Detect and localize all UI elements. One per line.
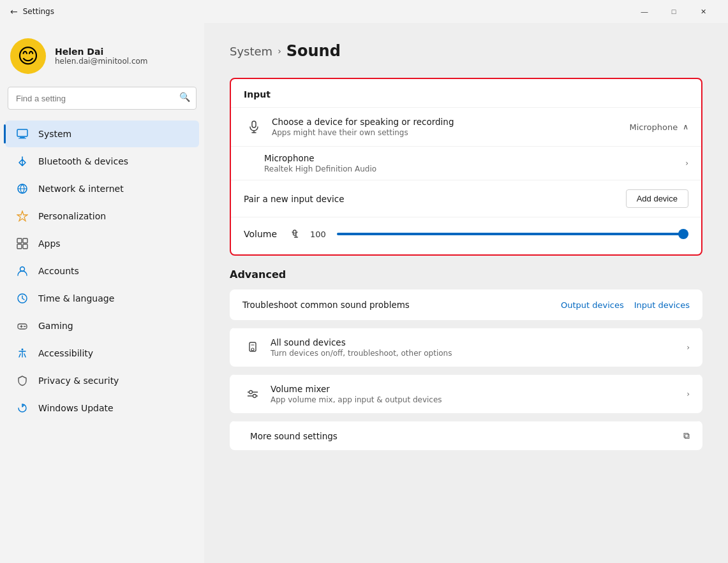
user-email: helen.dai@minitool.com	[55, 57, 148, 66]
sidebar-item-accounts[interactable]: Accounts	[5, 258, 199, 284]
svg-rect-7	[23, 244, 27, 249]
sidebar-item-label: Privacy & security	[38, 376, 119, 386]
microphone-dropdown[interactable]: Microphone ∧	[630, 122, 688, 132]
mic-item-title: Microphone	[264, 153, 685, 163]
accounts-icon	[15, 264, 29, 278]
svg-rect-0	[17, 129, 27, 136]
close-button[interactable]: ✕	[688, 1, 718, 22]
sidebar-item-label: Bluetooth & devices	[38, 156, 128, 166]
input-devices-link[interactable]: Input devices	[634, 300, 690, 310]
breadcrumb-current: Sound	[286, 42, 341, 60]
sidebar-item-bluetooth[interactable]: Bluetooth & devices	[5, 148, 199, 175]
choose-device-title: Choose a device for speaking or recordin…	[272, 117, 630, 127]
svg-point-19	[251, 348, 254, 351]
search-icon: 🔍	[179, 92, 190, 102]
all-sound-devices-subtitle: Turn devices on/off, troubleshoot, other…	[271, 349, 687, 358]
search-container: 🔍	[0, 87, 204, 120]
mic-item-subtitle: Realtek High Definition Audio	[264, 165, 685, 173]
user-profile[interactable]: 😊 Helen Dai helen.dai@minitool.com	[0, 23, 204, 87]
volume-mixer-chevron-icon: ›	[687, 390, 690, 398]
personalization-icon	[15, 209, 29, 223]
volume-mixer-subtitle: App volume mix, app input & output devic…	[271, 395, 687, 404]
choose-device-subtitle: Apps might have their own settings	[272, 128, 630, 137]
svg-rect-1	[20, 137, 25, 138]
sidebar-item-personalization[interactable]: Personalization	[5, 203, 199, 230]
titlebar: ← Settings — □ ✕	[0, 0, 728, 23]
volume-slider[interactable]	[337, 228, 688, 240]
troubleshoot-row: Troubleshoot common sound problems Outpu…	[230, 289, 702, 320]
svg-rect-5	[23, 238, 27, 243]
sidebar-item-label: Time & language	[38, 293, 114, 303]
user-info: Helen Dai helen.dai@minitool.com	[55, 47, 148, 66]
microphone-item-row[interactable]: Microphone Realtek High Definition Audio…	[231, 146, 701, 180]
volume-mixer-title: Volume mixer	[271, 384, 687, 394]
input-section: Input Choose a device for speaking or re…	[230, 78, 702, 256]
app-title: Settings	[23, 7, 54, 16]
accessibility-icon	[15, 346, 29, 360]
window-controls: — □ ✕	[630, 1, 718, 22]
sound-devices-icon	[242, 337, 263, 358]
mic-chevron-icon: ›	[685, 159, 688, 168]
sidebar-item-privacy[interactable]: Privacy & security	[5, 367, 199, 394]
choose-device-content: Choose a device for speaking or recordin…	[272, 117, 630, 137]
sidebar-item-system[interactable]: System	[5, 121, 199, 147]
volume-row: Volume 100	[231, 217, 701, 254]
expand-icon: ∧	[683, 122, 688, 131]
svg-point-11	[22, 349, 24, 351]
svg-point-24	[253, 395, 256, 398]
volume-icon	[290, 226, 302, 242]
sidebar-item-time[interactable]: Time & language	[5, 285, 199, 312]
search-input[interactable]	[8, 87, 197, 110]
volume-label: Volume	[244, 229, 282, 239]
all-sound-devices-title: All sound devices	[271, 337, 687, 347]
gaming-icon	[15, 319, 29, 333]
all-sound-devices-content: All sound devices Turn devices on/off, t…	[271, 337, 687, 358]
choose-device-row[interactable]: Choose a device for speaking or recordin…	[231, 107, 701, 146]
add-device-button[interactable]: Add device	[626, 189, 688, 208]
sidebar-item-label: Apps	[38, 238, 61, 249]
breadcrumb-system: System	[230, 45, 272, 58]
app-container: 😊 Helen Dai helen.dai@minitool.com 🔍	[0, 23, 728, 563]
microphone-label: Microphone	[630, 122, 678, 132]
svg-rect-6	[17, 244, 22, 249]
sidebar-item-network[interactable]: Network & internet	[5, 175, 199, 202]
maximize-button[interactable]: □	[659, 1, 688, 22]
sidebar-item-apps[interactable]: Apps	[5, 230, 199, 257]
sidebar-item-gaming[interactable]: Gaming	[5, 312, 199, 339]
volume-mixer-icon	[242, 384, 263, 404]
mic-item-content: Microphone Realtek High Definition Audio	[264, 153, 685, 173]
output-devices-link[interactable]: Output devices	[561, 300, 624, 310]
troubleshoot-label: Troubleshoot common sound problems	[242, 300, 551, 310]
svg-rect-18	[249, 342, 256, 351]
all-sound-devices-row[interactable]: All sound devices Turn devices on/off, t…	[230, 328, 702, 367]
microphone-icon	[244, 117, 264, 137]
advanced-header: Advanced	[230, 268, 286, 281]
svg-point-23	[249, 391, 253, 394]
apps-icon	[15, 237, 29, 251]
sidebar-item-windows-update[interactable]: Windows Update	[5, 395, 199, 421]
troubleshoot-card: Troubleshoot common sound problems Outpu…	[230, 289, 702, 320]
bluetooth-icon	[15, 154, 29, 168]
user-name: Helen Dai	[55, 47, 148, 57]
avatar: 😊	[10, 38, 46, 74]
network-icon	[15, 182, 29, 196]
sidebar-item-label: Windows Update	[38, 403, 114, 413]
volume-mixer-row[interactable]: Volume mixer App volume mix, app input &…	[230, 374, 702, 413]
sidebar: 😊 Helen Dai helen.dai@minitool.com 🔍	[0, 23, 204, 563]
volume-mixer-content: Volume mixer App volume mix, app input &…	[271, 384, 687, 404]
sidebar-item-label: Network & internet	[38, 184, 124, 194]
privacy-icon	[15, 374, 29, 388]
pair-device-title: Pair a new input device	[244, 194, 626, 204]
sidebar-item-accessibility[interactable]: Accessibility	[5, 340, 199, 367]
more-sound-settings-row[interactable]: More sound settings ⧉	[230, 421, 702, 450]
main-content: System › Sound Input Choose a device for	[204, 23, 728, 563]
more-sound-settings-title: More sound settings	[250, 431, 683, 441]
advanced-header-wrap: Advanced	[230, 263, 702, 283]
minimize-button[interactable]: —	[630, 1, 659, 22]
back-icon[interactable]: ←	[10, 6, 18, 17]
input-section-header: Input	[231, 79, 701, 107]
more-sound-settings-card: More sound settings ⧉	[230, 421, 702, 450]
windows-update-icon	[15, 401, 29, 415]
breadcrumb: System › Sound	[230, 42, 702, 60]
pair-device-row: Pair a new input device Add device	[231, 180, 701, 217]
